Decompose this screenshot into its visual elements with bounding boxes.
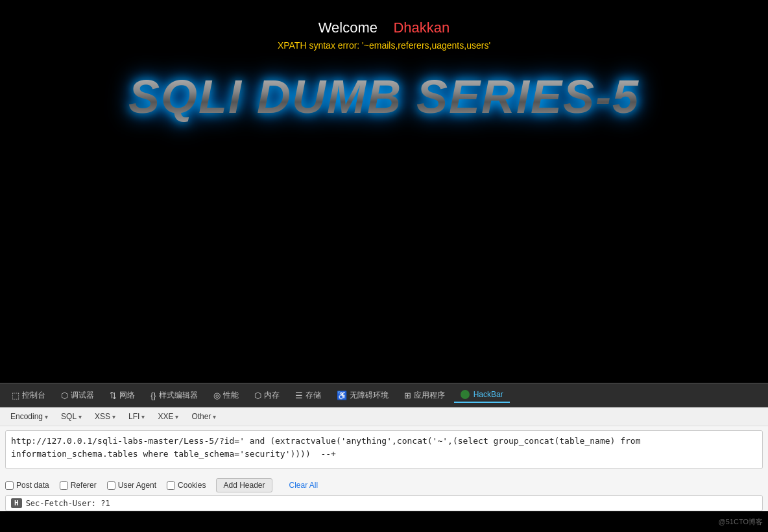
other-button[interactable]: Other ▾ <box>186 410 221 423</box>
sql-button[interactable]: SQL ▾ <box>56 410 87 423</box>
tab-performance[interactable]: ◎ 性能 <box>207 387 245 404</box>
referer-input[interactable] <box>60 481 68 490</box>
referer-checkbox[interactable]: Referer <box>60 481 97 490</box>
tab-hackbar-label: HackBar <box>474 390 503 399</box>
welcome-name: Dhakkan <box>393 19 450 36</box>
watermark: @51CTO博客 <box>719 517 763 527</box>
tab-memory[interactable]: ⬡ 内存 <box>248 387 286 404</box>
network-icon: ⇅ <box>110 391 117 400</box>
tab-hackbar[interactable]: HackBar <box>454 387 510 403</box>
tab-debugger[interactable]: ⬡ 调试器 <box>54 387 101 404</box>
toolbar-row: Encoding ▾ SQL ▾ XSS ▾ LFI ▾ XXE ▾ Other… <box>0 407 768 426</box>
welcome-prefix: Welcome <box>318 19 378 36</box>
other-arrow-icon: ▾ <box>213 413 216 420</box>
encoding-arrow-icon: ▾ <box>45 413 48 420</box>
user-agent-label: User Agent <box>118 481 156 490</box>
tab-style-editor-label: 样式编辑器 <box>159 390 198 401</box>
referer-label: Referer <box>71 481 97 490</box>
lfi-label: LFI <box>128 412 139 421</box>
user-agent-checkbox[interactable]: User Agent <box>107 481 156 490</box>
xpath-error: XPATH syntax error: '~emails,referers,ua… <box>278 40 490 51</box>
post-data-checkbox[interactable]: Post data <box>5 481 49 490</box>
xxe-button[interactable]: XXE ▾ <box>152 410 184 423</box>
hackbar-panel: Encoding ▾ SQL ▾ XSS ▾ LFI ▾ XXE ▾ Other… <box>0 407 768 511</box>
tab-storage-label: 存储 <box>306 390 321 401</box>
clear-all-button[interactable]: Clear All <box>283 479 325 492</box>
memory-icon: ⬡ <box>254 391 261 400</box>
header-value: Sec-Fetch-User: ?1 <box>26 499 757 508</box>
xss-label: XSS <box>95 412 110 421</box>
add-header-button[interactable]: Add Header <box>216 478 272 492</box>
user-agent-input[interactable] <box>107 481 115 490</box>
xxe-label: XXE <box>158 412 173 421</box>
tab-accessibility[interactable]: ♿ 无障碍环境 <box>330 387 395 404</box>
hackbar-dot-icon <box>461 390 470 399</box>
storage-icon: ☰ <box>295 391 303 400</box>
tab-debugger-label: 调试器 <box>71 390 94 401</box>
tab-network-label: 网络 <box>119 390 135 401</box>
header-input-row: H Sec-Fetch-User: ?1 <box>5 495 763 511</box>
other-label: Other <box>191 412 211 421</box>
tab-accessibility-label: 无障碍环境 <box>350 390 389 401</box>
cookies-label: Cookies <box>178 481 206 490</box>
tab-console[interactable]: ⬚ 控制台 <box>5 387 52 404</box>
xxe-arrow-icon: ▾ <box>175 413 178 420</box>
post-data-input[interactable] <box>5 481 14 490</box>
cookies-checkbox[interactable]: Cookies <box>167 481 206 490</box>
cookies-input[interactable] <box>167 481 175 490</box>
lfi-button[interactable]: LFI ▾ <box>123 410 150 423</box>
page-title: SQLI DUMB SERIES-5 <box>128 70 640 123</box>
checkboxes-row: Post data Referer User Agent Cookies Add… <box>0 476 768 495</box>
header-badge: H <box>11 498 22 508</box>
url-input[interactable] <box>5 430 763 469</box>
xss-arrow-icon: ▾ <box>112 413 115 420</box>
tab-application-label: 应用程序 <box>414 390 445 401</box>
application-icon: ⊞ <box>404 391 411 400</box>
tab-style-editor[interactable]: {} 样式编辑器 <box>144 387 204 404</box>
debugger-icon: ⬡ <box>61 391 68 400</box>
xss-button[interactable]: XSS ▾ <box>90 410 121 423</box>
tab-memory-label: 内存 <box>264 390 280 401</box>
tab-network[interactable]: ⇅ 网络 <box>103 387 141 404</box>
encoding-button[interactable]: Encoding ▾ <box>5 410 53 423</box>
sql-label: SQL <box>61 412 77 421</box>
console-icon: ⬚ <box>12 391 19 400</box>
style-editor-icon: {} <box>150 391 156 400</box>
post-data-label: Post data <box>16 481 49 490</box>
welcome-line: Welcome Dhakkan <box>318 19 450 36</box>
tab-storage[interactable]: ☰ 存储 <box>289 387 328 404</box>
accessibility-icon: ♿ <box>337 391 347 400</box>
tab-performance-label: 性能 <box>223 390 239 401</box>
main-content: Welcome Dhakkan XPATH syntax error: '~em… <box>0 0 768 383</box>
tab-application[interactable]: ⊞ 应用程序 <box>398 387 451 404</box>
lfi-arrow-icon: ▾ <box>141 413 145 420</box>
sql-arrow-icon: ▾ <box>78 413 82 420</box>
performance-icon: ◎ <box>213 391 221 400</box>
tab-console-label: 控制台 <box>22 390 45 401</box>
devtools-bar: ⬚ 控制台 ⬡ 调试器 ⇅ 网络 {} 样式编辑器 ◎ 性能 ⬡ 内存 ☰ 存储… <box>0 383 768 407</box>
encoding-label: Encoding <box>10 412 43 421</box>
